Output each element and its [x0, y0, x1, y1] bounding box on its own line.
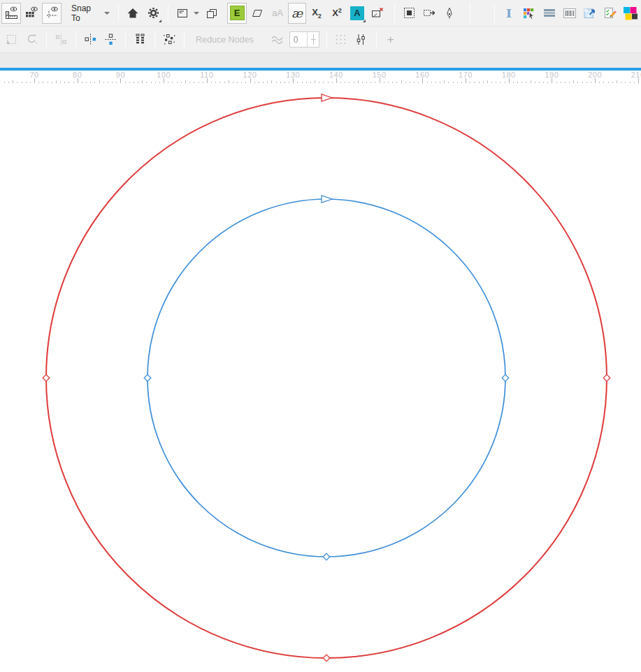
property-bar: Reduce Nodes [0, 27, 641, 53]
home-button[interactable] [123, 3, 143, 24]
ruler-tick [582, 82, 583, 83]
barcode-button[interactable] [560, 3, 579, 24]
show-grid-button[interactable] [22, 3, 41, 24]
outer-circle-path[interactable] [46, 98, 607, 658]
text-highlight-button[interactable]: A [347, 3, 367, 24]
reduce-nodes-button[interactable]: Reduce Nodes [189, 29, 261, 50]
outer-circle-start-node-arrow[interactable] [322, 94, 332, 101]
skew-button[interactable] [247, 3, 267, 24]
ruler-tick [78, 78, 78, 83]
inner-circle[interactable] [144, 196, 509, 560]
clear-button[interactable] [368, 3, 387, 24]
edit-text-button[interactable]: I [499, 3, 519, 24]
plus-icon: + [382, 33, 400, 47]
reflect-nodes-horizontally-button[interactable] [80, 29, 100, 50]
inner-circle-node-diamond[interactable] [144, 374, 151, 381]
ruler-tick [181, 82, 182, 83]
add-button[interactable]: + [381, 29, 401, 50]
duplicate-button[interactable] [202, 3, 222, 24]
dotted-grid-icon [334, 33, 347, 46]
horizontal-ruler[interactable]: 7080901001101201301401501601701801902002… [0, 71, 641, 84]
ruler-tick [8, 82, 9, 83]
cmyk-palette-button[interactable] [621, 3, 640, 24]
pen-nib-button[interactable] [440, 3, 459, 24]
ruler-tick [586, 82, 587, 83]
elastic-mode-button[interactable] [130, 29, 150, 50]
ruler-tick [263, 82, 264, 83]
ruler-tick [4, 82, 5, 83]
ruler-tick [354, 82, 354, 83]
color-swatches-cursor-icon [522, 6, 536, 20]
subscript-button[interactable]: X2 [307, 3, 326, 24]
ruler-tick [271, 80, 272, 83]
ruler-tick [48, 82, 48, 83]
ruler-tick [328, 82, 329, 83]
rotate-nodes-button[interactable] [22, 29, 41, 50]
color-styles-button[interactable] [519, 3, 539, 24]
drawing-canvas[interactable] [0, 0, 641, 672]
show-guidelines-button[interactable] [42, 3, 62, 24]
select-all-nodes-button[interactable] [159, 29, 179, 50]
curve-smoothness-button[interactable] [268, 29, 287, 50]
separator [154, 31, 155, 48]
ruler-tick [241, 82, 242, 83]
outer-circle[interactable] [43, 94, 610, 662]
ruler-tick [259, 82, 259, 83]
proof-edit-button[interactable] [600, 3, 620, 24]
powerclip-frame-button[interactable] [399, 3, 419, 24]
outer-circle-node-diamond[interactable] [323, 655, 330, 662]
separator [118, 5, 119, 22]
ruler-tick [267, 82, 268, 83]
options-button[interactable] [143, 3, 163, 24]
duplicate-icon [206, 7, 218, 20]
inner-circle-path[interactable] [147, 199, 505, 557]
ligature-button[interactable]: æ [288, 3, 306, 24]
ruler-tick [315, 80, 315, 83]
letter-e-button[interactable]: E [227, 3, 247, 24]
inner-circle-node-diamond[interactable] [502, 374, 509, 381]
inner-circle-node-diamond[interactable] [323, 553, 330, 560]
text-highlight-icon: A [350, 6, 364, 20]
ruler-tick [60, 82, 61, 83]
ruler-tick [396, 82, 397, 83]
ruler-tick [392, 82, 393, 83]
ruler-tick [513, 82, 514, 83]
show-rulers-button[interactable] [1, 3, 21, 24]
smoothness-waves-icon [271, 33, 285, 47]
superscript-button[interactable]: X2 [327, 3, 347, 24]
add-node-button[interactable] [1, 29, 21, 50]
dotted-grid-button[interactable] [331, 29, 351, 50]
reflect-vertical-icon [104, 33, 117, 46]
ruler-tick [245, 82, 246, 83]
ruler-tick [43, 82, 43, 83]
ruler-tick [612, 82, 613, 83]
slider-popup-button[interactable] [307, 32, 319, 47]
ruler-tick [427, 82, 428, 83]
change-case-button[interactable]: aA [268, 3, 287, 24]
align-nodes-button[interactable] [51, 29, 71, 50]
snap-to-dropdown[interactable]: Snap To [67, 3, 114, 24]
outer-circle-node-diamond[interactable] [603, 374, 610, 381]
export-image-button[interactable] [580, 3, 600, 24]
sliders-button[interactable] [352, 29, 371, 50]
object-organizer-button[interactable] [540, 3, 559, 24]
ruler-tick [552, 78, 552, 83]
chevron-down-icon[interactable] [194, 12, 199, 15]
extract-contents-button[interactable] [419, 3, 439, 24]
select-all-nodes-icon [163, 33, 176, 46]
ruler-tick [103, 82, 104, 83]
dockers-button[interactable] [173, 3, 192, 24]
curve-smoothness-input[interactable] [290, 32, 307, 47]
ruler-tick [561, 82, 561, 83]
outer-circle-node-diamond[interactable] [43, 374, 50, 381]
ruler-tick [603, 82, 604, 83]
separator [46, 31, 47, 48]
ruler-tick [621, 82, 621, 83]
reflect-nodes-vertically-button[interactable] [101, 29, 120, 50]
inner-circle-start-node-arrow[interactable] [322, 196, 332, 203]
ruler-tick [638, 78, 639, 83]
ruler-tick [164, 78, 164, 83]
separator [394, 3, 395, 23]
ruler-tick [487, 80, 488, 83]
ruler-tick [99, 80, 100, 83]
